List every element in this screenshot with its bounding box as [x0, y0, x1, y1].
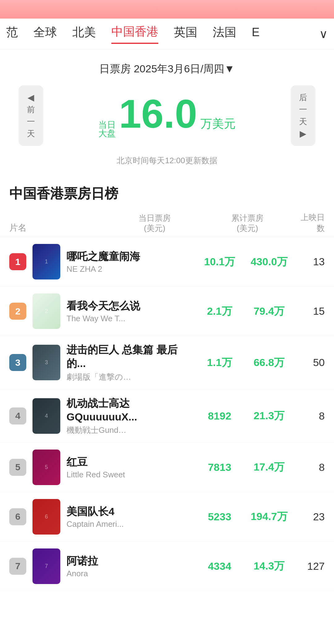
section-title: 中国香港票房日榜	[0, 175, 334, 209]
movie-title-cn: 看我今天怎么说	[66, 299, 195, 313]
daily-box-section: ◀ 前一天 当日大盘 16.0 万美元 后一天 ▶	[0, 82, 334, 152]
movie-title-cn: 红豆	[66, 455, 195, 469]
tab-e[interactable]: E	[252, 26, 259, 42]
movie-days: 13	[294, 256, 325, 268]
rank-badge: 4	[9, 407, 26, 424]
movie-thumbnail: 4	[32, 398, 60, 434]
rank-badge: 3	[9, 354, 26, 371]
movies-table: 11哪吒之魔童闹海NE ZHA 210.1万430.0万1322看我今天怎么说T…	[0, 237, 334, 591]
rank-badge: 6	[9, 508, 26, 525]
movie-info: 看我今天怎么说The Way We T...	[66, 299, 195, 323]
col-name-header: 片名	[9, 222, 108, 234]
movie-thumbnail: 6	[32, 499, 60, 535]
tab-france[interactable]: 法国	[213, 24, 236, 43]
movie-info: 进击的巨人 总集篇 最后的...劇場版「進撃の…	[66, 343, 195, 382]
tab-global-range[interactable]: 范	[6, 24, 18, 43]
movie-daily-box: 1.1万	[195, 356, 244, 370]
table-row[interactable]: 33进击的巨人 总集篇 最后的...劇場版「進撃の…1.1万66.8万50	[0, 336, 334, 389]
col-days-header: 上映日数	[294, 212, 325, 234]
col-total-header: 累计票房(美元)	[201, 213, 294, 234]
movie-title-en: NE ZHA 2	[66, 264, 195, 274]
tab-global[interactable]: 全球	[33, 24, 57, 43]
movie-days: 127	[294, 560, 325, 572]
col-daily-header: 当日票房(美元)	[108, 213, 201, 234]
tab-north-america[interactable]: 北美	[72, 24, 96, 43]
prev-arrow: ◀	[28, 92, 34, 104]
movie-title-en: The Way We T...	[66, 314, 195, 323]
rank-badge: 7	[9, 558, 26, 575]
movie-total-box: 194.7万	[244, 510, 294, 524]
tab-more[interactable]: ∨	[319, 27, 328, 41]
movie-thumbnail: 3	[32, 345, 60, 380]
movie-total-box: 21.3万	[244, 409, 294, 423]
top-banner	[0, 0, 334, 19]
table-row[interactable]: 66美国队长4Captain Ameri...5233194.7万23	[0, 492, 334, 542]
movie-info: 红豆Little Red Sweet	[66, 455, 195, 480]
movie-info: 美国队长4Captain Ameri...	[66, 505, 195, 529]
movie-total-box: 430.0万	[244, 255, 294, 269]
movie-title-en: Captain Ameri...	[66, 519, 195, 529]
movie-info: 阿诺拉Anora	[66, 554, 195, 578]
prev-day-btn[interactable]: ◀ 前一天	[19, 85, 43, 146]
table-row[interactable]: 11哪吒之魔童闹海NE ZHA 210.1万430.0万13	[0, 237, 334, 287]
movie-title-en: 劇場版「進撃の…	[66, 372, 195, 382]
movie-daily-box: 8192	[195, 410, 244, 422]
table-row[interactable]: 22看我今天怎么说The Way We T...2.1万79.4万15	[0, 287, 334, 336]
movie-thumbnail: 2	[32, 293, 60, 329]
movie-title-cn: 美国队长4	[66, 505, 195, 518]
movie-title-cn: 阿诺拉	[66, 554, 195, 568]
movie-thumbnail: 5	[32, 450, 60, 485]
region-tabs: 范 全球 北美 中国香港 英国 法国 E ∨	[0, 19, 334, 49]
daily-number-center: 当日大盘 16.0 万美元	[43, 94, 291, 138]
date-label: 日票房 2025年3月6日/周四	[99, 63, 224, 75]
unit-label: 万美元	[200, 116, 236, 132]
movie-info: 哪吒之魔童闹海NE ZHA 2	[66, 249, 195, 274]
movie-daily-box: 7813	[195, 461, 244, 473]
movie-total-box: 17.4万	[244, 460, 294, 474]
tab-uk[interactable]: 英国	[174, 24, 197, 43]
next-arrow: ▶	[300, 128, 306, 140]
movie-total-box: 14.3万	[244, 559, 294, 573]
movie-title-en: Anora	[66, 569, 195, 578]
movie-thumbnail: 1	[32, 244, 60, 279]
rank-badge: 5	[9, 459, 26, 476]
movie-title-cn: 机动战士高达 GQuuuuuuX...	[66, 396, 195, 424]
movie-title-cn: 哪吒之魔童闹海	[66, 249, 195, 263]
update-note: 北京时间每天12:00更新数据	[0, 152, 334, 175]
movie-days: 15	[294, 305, 325, 317]
date-header[interactable]: 日票房 2025年3月6日/周四▼	[0, 49, 334, 82]
movie-daily-box: 4334	[195, 560, 244, 572]
arrow-down[interactable]: ▼	[224, 63, 235, 75]
movie-daily-box: 2.1万	[195, 304, 244, 318]
rank-badge: 2	[9, 303, 26, 320]
table-row[interactable]: 77阿诺拉Anora433414.3万127	[0, 542, 334, 591]
table-row[interactable]: 44机动战士高达 GQuuuuuuX...機動戦士Gund…819221.3万8	[0, 390, 334, 443]
next-day-btn[interactable]: 后一天 ▶	[291, 85, 315, 146]
movie-title-en: 機動戦士Gund…	[66, 425, 195, 436]
daily-label: 当日大盘	[98, 121, 116, 138]
big-number: 16.0	[119, 94, 197, 134]
movie-info: 机动战士高达 GQuuuuuuX...機動戦士Gund…	[66, 396, 195, 436]
table-header: 片名 当日票房(美元) 累计票房(美元) 上映日数	[0, 209, 334, 237]
movie-title-en: Little Red Sweet	[66, 470, 195, 480]
movie-days: 50	[294, 356, 325, 369]
movie-daily-box: 10.1万	[195, 255, 244, 269]
movie-daily-box: 5233	[195, 511, 244, 523]
next-label: 后一天	[299, 92, 307, 128]
rank-badge: 1	[9, 253, 26, 270]
movie-total-box: 79.4万	[244, 304, 294, 318]
movie-thumbnail: 7	[32, 548, 60, 584]
movie-days: 8	[294, 410, 325, 422]
movie-total-box: 66.8万	[244, 356, 294, 370]
movie-days: 8	[294, 461, 325, 473]
prev-label: 前一天	[27, 104, 35, 140]
movie-title-cn: 进击的巨人 总集篇 最后的...	[66, 343, 195, 370]
movie-days: 23	[294, 511, 325, 523]
table-row[interactable]: 55红豆Little Red Sweet781317.4万8	[0, 443, 334, 492]
tab-hong-kong[interactable]: 中国香港	[111, 24, 158, 44]
